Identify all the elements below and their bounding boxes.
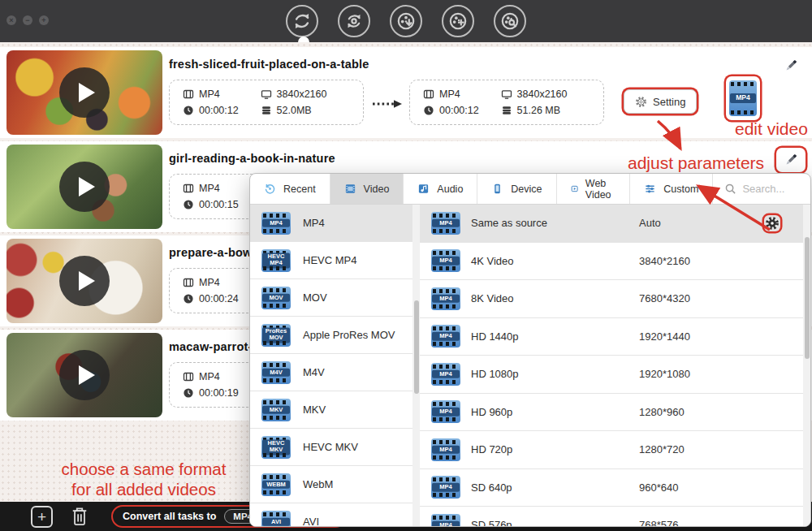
reel-search-button[interactable] (494, 5, 526, 37)
preset-film-icon: MP4 (431, 438, 460, 461)
scrollbar-thumb[interactable] (414, 300, 419, 394)
preset-item[interactable]: MP4 8K Video 7680*4320 (420, 280, 803, 318)
delete-button[interactable] (71, 506, 89, 527)
circular-arrows-icon (292, 11, 313, 32)
preset-item[interactable]: MP4 HD 720p 1280*720 (420, 431, 803, 469)
format-item[interactable]: AVI AVI (250, 503, 412, 527)
clock-icon (183, 293, 194, 304)
audio-icon (417, 183, 430, 195)
storage-icon (261, 105, 272, 116)
preset-film-icon: MP4 (431, 325, 460, 348)
preset-resolution: 1920*1440 (639, 330, 690, 343)
format-item[interactable]: ProResMOV Apple ProRes MOV (250, 317, 412, 354)
close-window-icon[interactable]: × (6, 15, 16, 25)
format-item[interactable]: MOV MOV (250, 279, 412, 317)
tab-web-video[interactable]: Web Video (557, 174, 631, 204)
mp4-format-icon: MP4 (729, 80, 757, 116)
play-button[interactable] (59, 67, 110, 118)
target-size: 51.26 MB (501, 105, 597, 116)
source-resolution: 3840x2160 (261, 88, 356, 100)
play-button[interactable] (59, 350, 110, 400)
preset-resolution: 1280*720 (639, 443, 685, 455)
preset-film-icon: MP4 (431, 476, 460, 499)
video-thumbnail[interactable] (6, 145, 162, 229)
gear-icon (635, 96, 647, 108)
popup-body: MP4 MP4 HEVCMP4 HEVC MP4 MOV (250, 205, 810, 526)
film-reel-add-icon (447, 11, 469, 32)
clock-icon (423, 105, 434, 116)
video-thumbnail[interactable] (6, 50, 162, 135)
minimize-window-icon[interactable]: − (23, 15, 32, 25)
history-icon (264, 183, 276, 195)
tab-audio[interactable]: Audio (404, 174, 477, 204)
sliders-icon (644, 183, 656, 195)
device-icon (491, 183, 503, 195)
film-frame-icon (423, 88, 434, 100)
search-input[interactable] (742, 183, 811, 195)
reel-download-button[interactable] (390, 5, 422, 37)
preset-item[interactable]: MP4 HD 1080p 1920*1080 (420, 356, 803, 394)
play-icon (79, 271, 95, 291)
preset-film-icon: MP4 (431, 249, 460, 272)
format-film-icon: WEBM (261, 473, 291, 496)
edit-button[interactable] (776, 148, 806, 172)
format-item[interactable]: MKV MKV (250, 391, 412, 429)
format-list-scrollbar[interactable] (412, 205, 420, 526)
preset-gear-button[interactable] (764, 215, 780, 231)
rotate-button[interactable] (338, 5, 370, 37)
scrollbar-thumb[interactable] (805, 237, 810, 359)
preset-item[interactable]: MP4 4K Video 3840*2160 (420, 243, 803, 281)
reel-add-button[interactable] (442, 5, 474, 37)
preset-resolution: 7680*4320 (639, 292, 690, 304)
format-item[interactable]: WEBM WebM (250, 466, 412, 503)
format-film-icon: ProResMOV (261, 324, 291, 347)
video-thumbnail[interactable] (6, 333, 162, 417)
video-thumbnail[interactable] (6, 239, 162, 323)
preset-item[interactable]: MP4 HD 1440p 1920*1440 (420, 318, 803, 356)
play-button[interactable] (59, 162, 110, 212)
video-title: girl-reading-a-book-in-nature (169, 152, 335, 165)
film-reel-search-icon (499, 11, 520, 32)
preset-film-icon: MP4 (431, 363, 460, 386)
preset-item[interactable]: MP4 SD 640p 960*640 (420, 469, 803, 507)
search-box (713, 174, 811, 204)
annotation-choose-format: choose a same format for all added video… (42, 459, 245, 499)
setting-button[interactable]: Setting (624, 89, 697, 114)
format-film-icon: MKV (261, 399, 291, 421)
preset-item[interactable]: MP4 Same as source Auto (420, 205, 803, 243)
preset-film-icon: MP4 (431, 287, 460, 310)
zoom-window-icon[interactable]: + (39, 15, 49, 25)
video-row: fresh-sliced-fruit-placed-on-a-table MP4… (0, 47, 812, 138)
format-item[interactable]: HEVCMP4 HEVC MP4 (250, 242, 412, 279)
film-frame-icon (183, 88, 194, 100)
format-item[interactable]: M4V M4V (250, 354, 412, 391)
preset-item[interactable]: MP4 SD 576p 768*576 (420, 507, 803, 527)
film-reel-download-icon (395, 11, 417, 32)
toolbar (286, 5, 526, 37)
preset-resolution: 768*576 (639, 519, 678, 527)
preset-film-icon: MP4 (431, 212, 460, 235)
tab-recent[interactable]: Recent (250, 174, 330, 204)
storage-icon (501, 105, 512, 116)
format-item[interactable]: HEVCMKV HEVC MKV (250, 429, 412, 466)
edit-button[interactable] (776, 54, 806, 78)
preset-list-scrollbar[interactable] (803, 205, 810, 526)
convert-button[interactable] (286, 5, 318, 37)
convert-all-label: Convert all tasks to (123, 511, 216, 522)
tab-custom[interactable]: Custom (630, 174, 713, 204)
tab-device[interactable]: Device (477, 174, 556, 204)
video-title: prepare-a-bow (169, 246, 253, 259)
gear-icon (765, 216, 780, 231)
add-video-button[interactable]: + (31, 506, 53, 528)
target-format-button[interactable]: MP4 (726, 76, 760, 120)
clock-icon (183, 387, 194, 399)
play-button[interactable] (59, 256, 110, 306)
format-item[interactable]: MP4 MP4 (250, 205, 412, 242)
traffic-lights: × − + (6, 15, 49, 25)
clock-icon (183, 105, 194, 116)
tab-video[interactable]: Video (330, 174, 404, 204)
preset-item[interactable]: MP4 HD 960p 1280*960 (420, 394, 803, 432)
format-film-icon: M4V (261, 361, 291, 384)
video-icon (344, 183, 356, 195)
clock-icon (183, 199, 194, 210)
